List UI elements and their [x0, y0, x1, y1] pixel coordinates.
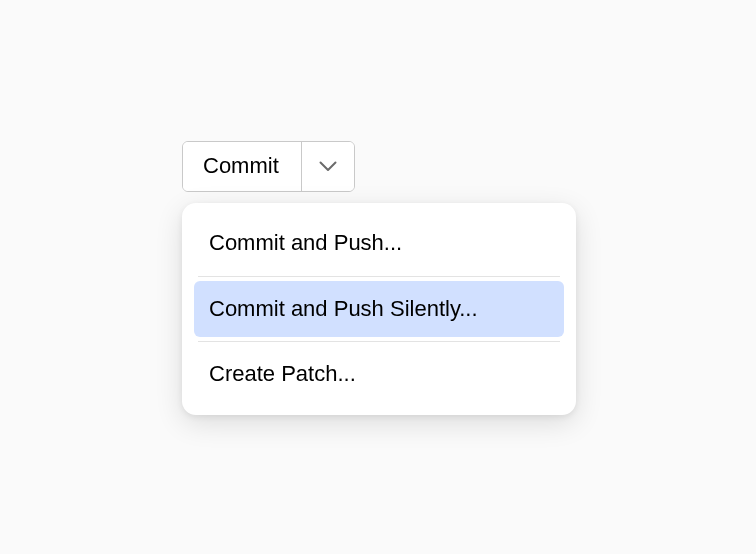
menu-item-commit-and-push-silently[interactable]: Commit and Push Silently... — [194, 281, 564, 338]
commit-dropdown-toggle[interactable] — [302, 142, 354, 191]
commit-split-button: Commit — [182, 141, 355, 192]
commit-dropdown-menu: Commit and Push... Commit and Push Silen… — [182, 203, 576, 415]
menu-item-commit-and-push[interactable]: Commit and Push... — [194, 215, 564, 272]
menu-item-create-patch[interactable]: Create Patch... — [194, 346, 564, 403]
menu-separator — [198, 341, 560, 342]
chevron-down-icon — [319, 161, 337, 172]
commit-button[interactable]: Commit — [183, 142, 301, 191]
menu-separator — [198, 276, 560, 277]
